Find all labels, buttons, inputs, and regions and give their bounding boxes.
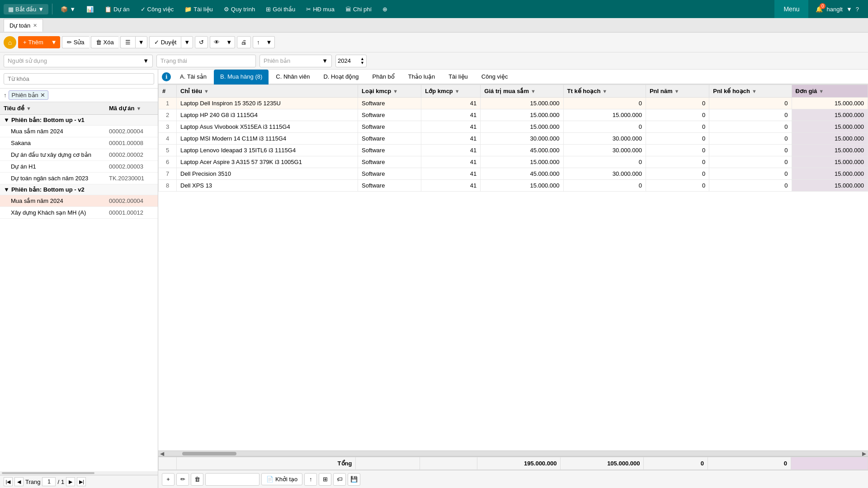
bottom-toolbar: + ✏ 🗑 📄 Khởi tạo ↑ ⊞ 🏷 💾 <box>158 470 868 488</box>
table-row[interactable]: 4Laptop MSI Modern 14 C11M i3 1115G4Soft… <box>159 133 868 145</box>
th-pni-nam-filter[interactable]: ▼ <box>675 89 679 94</box>
user-filter[interactable]: Người sử dụng ▼ <box>4 55 153 67</box>
xoa-button[interactable]: 🗑 Xóa <box>91 36 118 48</box>
status-filter[interactable]: Trạng thái <box>156 55 256 67</box>
table-row[interactable]: 6Laptop Acer Aspire 3 A315 57 379K i3 10… <box>159 156 868 168</box>
year-down-icon[interactable]: ▼ <box>360 61 364 65</box>
edit-row-button[interactable]: ✏ <box>176 473 189 486</box>
table-row[interactable]: 5Laptop Lenovo Ideapad 3 15ITL6 i3 1115G… <box>159 145 868 156</box>
add-row-button[interactable]: + <box>162 473 175 486</box>
tag-button[interactable]: 🏷 <box>333 473 346 486</box>
share-button[interactable]: ↑ <box>253 36 264 48</box>
nav-cong-viec[interactable]: ✓ Công việc <box>136 4 179 14</box>
th-don-gia-filter[interactable]: ▼ <box>819 89 824 94</box>
sidebar-search-input[interactable] <box>4 73 154 84</box>
year-input[interactable] <box>338 57 360 64</box>
menu-button[interactable]: Menu <box>774 0 808 18</box>
refresh-button[interactable]: ↺ <box>195 36 208 48</box>
sidebar-group-2[interactable]: ▼ Phiên bản: Bottom up - v2 <box>0 184 158 195</box>
page-next-button[interactable]: ▶ <box>66 477 75 486</box>
bottom-text-input[interactable] <box>205 473 259 486</box>
sidebar-row[interactable]: Dự toán ngân sách năm 2023 TK.20230001 <box>0 173 158 184</box>
tab-hoat-dong[interactable]: D. Hoạt động <box>317 70 365 84</box>
th-pni-ke-hoach-filter[interactable]: ▼ <box>752 89 757 94</box>
nav-du-an[interactable]: 📋 Dự án <box>100 4 134 14</box>
tab-thao-luan[interactable]: Thảo luận <box>402 70 441 84</box>
sidebar-row[interactable]: Dự án H1 00002.00003 <box>0 161 158 173</box>
total-pni-ke-hoach: 0 <box>708 457 791 470</box>
upload-button[interactable]: ↑ <box>304 473 317 486</box>
filter-tag-close[interactable]: ✕ <box>40 92 45 99</box>
nav-chart-button[interactable]: 📊 <box>82 4 98 14</box>
duyet-dropdown[interactable]: ▼ <box>181 36 193 48</box>
nav-icon-button[interactable]: 📦 ▼ <box>56 4 80 14</box>
print-button[interactable]: 🖨 <box>237 36 251 48</box>
tab-tai-lieu[interactable]: Tài liệu <box>442 70 474 84</box>
nav-chi-phi[interactable]: 🏛 Chi phí <box>341 4 376 14</box>
start-button[interactable]: ▦ Bắt đầu ▼ <box>4 4 48 14</box>
them-dropdown[interactable]: ▼ <box>48 36 60 48</box>
nav-quy-trinh[interactable]: ⚙ Quy trình <box>219 4 259 14</box>
page-prev-button[interactable]: ◀ <box>14 477 24 486</box>
table-row[interactable]: 2Laptop HP 240 G8 i3 1115G4Software4115.… <box>159 109 868 121</box>
sidebar-group-1[interactable]: ▼ Phiên bản: Bottom up - v1 <box>0 115 158 126</box>
sidebar-row[interactable]: Xây dựng Khách sạn MH (A) 00001.00012 <box>0 207 158 219</box>
page-first-button[interactable]: |◀ <box>4 477 13 486</box>
horizontal-scrollbar[interactable]: ◀ ▶ <box>158 450 868 456</box>
th-gia-tri-filter[interactable]: ▼ <box>531 89 536 94</box>
delete-row-button[interactable]: 🗑 <box>191 473 203 486</box>
nav-goi-thau[interactable]: ⊞ Gói thầu <box>261 4 300 14</box>
export-button[interactable]: 💾 <box>348 473 360 486</box>
nav-extra[interactable]: ⊕ <box>378 4 392 14</box>
sua-button[interactable]: ✏ Sửa <box>62 36 89 48</box>
sidebar-row[interactable]: Mua sắm năm 2024 00002.00004 <box>0 126 158 137</box>
sidebar-row[interactable]: Mua sắm năm 2024 00002.00004 <box>0 195 158 207</box>
grid-button[interactable]: ⊞ <box>319 473 331 486</box>
nav-hd-mua[interactable]: ✂ HĐ mua <box>302 4 339 14</box>
table-cell: 0 <box>709 156 792 168</box>
code-col-filter[interactable]: ▼ <box>136 106 141 111</box>
page-last-button[interactable]: ▶| <box>77 477 86 486</box>
list-dropdown[interactable]: ▼ <box>135 36 147 48</box>
view-dropdown[interactable]: ▼ <box>223 36 235 48</box>
duyet-button[interactable]: ✓ Duyệt <box>149 36 181 48</box>
tab-nhan-vien[interactable]: C. Nhân viên <box>269 70 316 84</box>
tab-du-toan-label: Dự toán <box>9 22 30 29</box>
list-button[interactable]: ☰ <box>120 36 135 48</box>
table-row[interactable]: 3Laptop Asus Vivobook X515EA i3 1115G4So… <box>159 121 868 133</box>
tab-cong-viec[interactable]: Công việc <box>475 70 514 84</box>
tab-phan-bo[interactable]: Phân bổ <box>366 70 401 84</box>
them-button[interactable]: + Thêm <box>18 36 48 48</box>
th-loai-kmcp-filter[interactable]: ▼ <box>393 89 398 94</box>
version-filter[interactable]: Phiên bản ▼ <box>259 55 332 67</box>
share-dropdown[interactable]: ▼ <box>264 36 275 48</box>
title-col-filter[interactable]: ▼ <box>26 106 31 111</box>
user-name[interactable]: hanglt <box>826 6 842 13</box>
sidebar-horizontal-scroll[interactable] <box>0 471 158 475</box>
info-icon[interactable]: ℹ <box>162 72 171 81</box>
khoi-tao-button[interactable]: 📄 Khởi tạo <box>261 473 302 485</box>
home-toolbar-icon[interactable]: ⌂ <box>4 36 16 49</box>
sidebar-row[interactable]: Dự án đầu tư xây dựng cơ bản 00002.00002 <box>0 149 158 161</box>
scroll-thumb[interactable] <box>182 452 236 455</box>
plus-icon: + <box>23 39 27 46</box>
table-row[interactable]: 1Laptop Dell Inspiron 15 3520 i5 1235USo… <box>159 98 868 109</box>
notification-bell[interactable]: 🔔 0 <box>816 6 823 13</box>
tab-tai-san[interactable]: A. Tài sản <box>174 70 213 84</box>
table-row[interactable]: 8Dell XPS 13Software4115.000.00000015.00… <box>159 180 868 192</box>
th-chi-tieu-filter[interactable]: ▼ <box>204 89 209 94</box>
tab-du-toan[interactable]: Dự toán ✕ <box>4 19 43 32</box>
sidebar-filter-tag[interactable]: Phiên bản ✕ <box>9 90 48 100</box>
help-icon[interactable]: ? <box>856 6 859 13</box>
sidebar-row[interactable]: Sakana 00001.00008 <box>0 137 158 149</box>
th-lop-kmcp-filter[interactable]: ▼ <box>455 89 460 94</box>
tab-close-icon[interactable]: ✕ <box>33 23 37 28</box>
user-dropdown-icon[interactable]: ▼ <box>846 6 852 13</box>
table-row[interactable]: 7Dell Precision 3510Software4145.000.000… <box>159 168 868 180</box>
th-don-gia-label: Đơn giá <box>796 88 817 94</box>
page-input[interactable] <box>42 477 56 486</box>
tab-mua-hang[interactable]: B. Mua hàng (8) <box>214 70 269 84</box>
th-tt-ke-hoach-filter[interactable]: ▼ <box>602 89 607 94</box>
view-button[interactable]: 👁 <box>210 36 223 48</box>
nav-tai-lieu[interactable]: 📁 Tài liệu <box>180 4 217 14</box>
